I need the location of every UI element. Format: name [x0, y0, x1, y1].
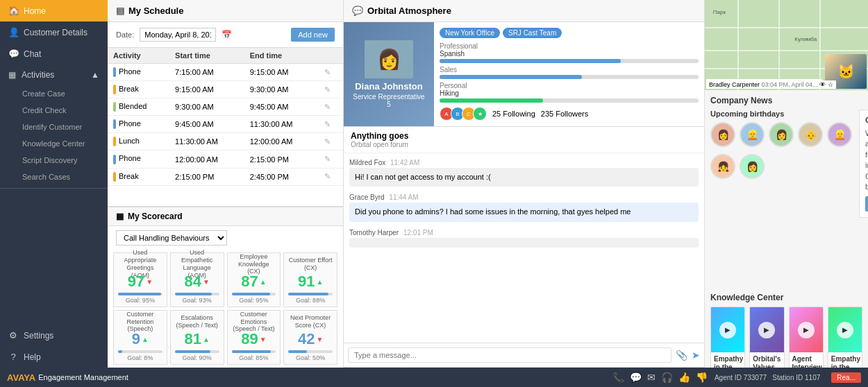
date-input[interactable]: [140, 28, 216, 42]
right-panel: Парк Кулимба Grace Byrd 03:04 PM, April …: [705, 0, 868, 368]
video-card[interactable]: ▶ Agent Interview Series: Chris 06:02 mi…: [789, 307, 824, 368]
thumbsup-icon[interactable]: 👍: [678, 372, 690, 383]
add-new-button[interactable]: Add new: [291, 28, 335, 42]
eye-icon-2[interactable]: 👁: [819, 81, 826, 88]
forum-chat: Anything goes Orbital open forum Mildred…: [344, 127, 704, 367]
sidebar-divider: [0, 188, 108, 189]
sidebar-item-home-label: Home: [24, 6, 46, 16]
video-thumbnail[interactable]: ▶: [711, 307, 744, 352]
follower-row: A B C ★ 25 Following 235 Followers: [440, 107, 699, 121]
agent-name: Diana Johnston: [355, 81, 423, 92]
sidebar-sub-identify-customer[interactable]: Identify Customer: [0, 119, 108, 135]
table-row: Phone 7:15:00 AM 9:15:00 AM ✎: [108, 64, 343, 81]
sidebar-item-home[interactable]: 🏠 Home: [0, 0, 108, 22]
scorecard-card: Employee Knowledge (CX) 87 ▲ Goal: 95%: [227, 252, 281, 307]
status-bar: AVAYA Engagement Management 📞 💬 ✉ 🎧 👍 👎 …: [0, 368, 868, 387]
birthday-avatar-5: 👱: [827, 122, 852, 147]
sidebar-sub-script-discovery[interactable]: Script Discovery: [0, 152, 108, 169]
sidebar-sub-knowledge-center[interactable]: Knowledge Center: [0, 135, 108, 152]
agent-title: Service Representative 5: [351, 93, 427, 108]
video-thumbnail[interactable]: ▶: [790, 307, 823, 352]
attachment-icon[interactable]: 📎: [676, 350, 687, 361]
office-tab-ny[interactable]: New York Office: [440, 28, 500, 38]
message-2: Grace Byrd 11:44 AM Did you phone to adm…: [349, 194, 699, 221]
time-1: 11:42 AM: [390, 159, 419, 166]
poll-section: Orbital Poll Would you advise your frien…: [859, 110, 868, 289]
video-card[interactable]: ▶ Empathy in the Call Center 05:11 mins …: [710, 307, 745, 368]
birthdays-section: Upcoming birthdays 👩 👱 👩 👴 👱 👧 👩: [710, 110, 852, 289]
scorecard-select[interactable]: Call Handling Behaviours: [116, 230, 227, 246]
message-input[interactable]: [348, 347, 671, 363]
chevron-icon: ▲: [91, 70, 99, 80]
play-button[interactable]: ▶: [837, 322, 853, 338]
play-button[interactable]: ▶: [719, 322, 736, 338]
sidebar-bottom: ⚙ Settings ? Help: [0, 325, 108, 368]
orbital-panel: 💬 Orbital Atmosphere 👩 Diana Johnston Se…: [344, 0, 705, 368]
play-button[interactable]: ▶: [798, 322, 815, 338]
sidebar-sub-search-cases[interactable]: Search Cases: [0, 169, 108, 185]
video-thumbnail[interactable]: ▶: [750, 307, 783, 352]
sidebar-item-help-label: Help: [24, 352, 41, 362]
scorecard-card: Customer Effort (CX) 91 ▲ Goal: 88%: [283, 252, 337, 307]
scorecard-card: Used Appropriate Greetings (AQM) 97 ▼ Go…: [113, 252, 167, 307]
scorecard-grid: Used Appropriate Greetings (AQM) 97 ▼ Go…: [108, 250, 343, 368]
send-icon[interactable]: ➤: [692, 350, 700, 361]
sidebar-item-help[interactable]: ? Help: [0, 346, 108, 368]
video-card[interactable]: ▶ Orbital's Values in Action 02:43 mins …: [749, 307, 784, 368]
video-thumbnail[interactable]: ▶: [828, 307, 862, 352]
col-end-time: End time: [244, 48, 319, 64]
chat-icon: 💬: [8, 49, 18, 59]
table-row: Blended 9:30:00 AM 9:45:00 AM ✎: [108, 98, 343, 116]
sidebar-item-settings[interactable]: ⚙ Settings: [0, 325, 108, 346]
poll-yes-button[interactable]: Yes: [865, 196, 868, 212]
sidebar-item-activities[interactable]: ▦ Activities ▲: [0, 64, 108, 85]
message-1: Mildred Fox 11:42 AM Hi! I can not get a…: [349, 159, 699, 187]
calendar-icon[interactable]: 📅: [222, 30, 232, 40]
sender-2: Grace Byrd: [349, 194, 385, 201]
date-label: Date:: [116, 31, 134, 39]
office-tab-srj[interactable]: SRJ Cast Team: [503, 28, 562, 38]
poll-title: Orbital Poll: [865, 116, 868, 124]
bubble-1: Hi! I can not get access to my account :…: [349, 168, 699, 187]
sidebar-item-customer-details[interactable]: 👤 Customer Details: [0, 22, 108, 43]
poll-card: Orbital Poll Would you advise your frien…: [859, 110, 868, 218]
status-icons: 📞 💬 ✉ 🎧 👍 👎: [612, 372, 708, 383]
birthdays-row: 👩 👱 👩 👴 👱: [710, 122, 852, 147]
video-title: Orbital's Values in Action: [753, 355, 781, 368]
forum-section: Anything goes Orbital open forum Mildred…: [344, 127, 704, 368]
scorecard-card: Used Empathetic Language (AQM) 84 ▼ Goal…: [170, 252, 224, 307]
table-row: Phone 9:45:00 AM 11:30:00 AM ✎: [108, 116, 343, 133]
chat-status-icon[interactable]: 💬: [630, 372, 642, 383]
forum-title: Anything goes: [351, 131, 697, 141]
skill-professional: Professional Spanish: [440, 42, 699, 63]
video-card[interactable]: ▶ Empathy in the Call Center 04:37 mins …: [828, 307, 862, 368]
birthday-avatar-1: 👩: [710, 122, 735, 147]
map-card-2: Bradley Carpenter 03:04 PM, April 04... …: [706, 80, 836, 89]
settings-icon: ⚙: [8, 330, 18, 341]
ready-button[interactable]: Rea...: [831, 372, 861, 383]
company-news-title: Company News: [710, 96, 862, 105]
col-activity: Activity: [108, 48, 169, 64]
video-title: Agent Interview Series: Chris: [792, 355, 820, 368]
sidebar-sub-create-case[interactable]: Create Case: [0, 85, 108, 102]
sidebar: 🏠 Home 👤 Customer Details 💬 Chat ▦ Activ…: [0, 0, 108, 368]
play-button[interactable]: ▶: [758, 322, 775, 338]
phone-icon[interactable]: 📞: [612, 372, 624, 383]
table-row: Break 2:15:00 PM 2:45:00 PM ✎: [108, 168, 343, 185]
headset-icon[interactable]: 🎧: [661, 372, 673, 383]
sidebar-item-chat[interactable]: 💬 Chat: [0, 43, 108, 64]
sidebar-sub-credit-check[interactable]: Credit Check: [0, 102, 108, 119]
scorecard-header: ▦ My Scorecard: [108, 207, 343, 226]
thumbsdown-icon[interactable]: 👎: [696, 372, 708, 383]
email-icon[interactable]: ✉: [647, 372, 656, 383]
forum-messages: Mildred Fox 11:42 AM Hi! I can not get a…: [344, 153, 704, 343]
skill-sales: Sales: [440, 66, 699, 79]
orbital-header: 💬 Orbital Atmosphere: [344, 0, 704, 22]
station-id-label: Station ID: [772, 374, 803, 381]
sender-3: Tomothy Harper: [349, 229, 399, 237]
scorecard-card: Next Promoter Score (CX) 42 ▼ Goal: 50%: [283, 310, 337, 365]
star-icon-2[interactable]: ☆: [828, 81, 833, 88]
brand-sub: Engagement Management: [38, 373, 128, 381]
activities-icon: ▦: [8, 70, 16, 80]
agent-info: Agent ID 733077 Station ID 1107: [715, 374, 820, 381]
